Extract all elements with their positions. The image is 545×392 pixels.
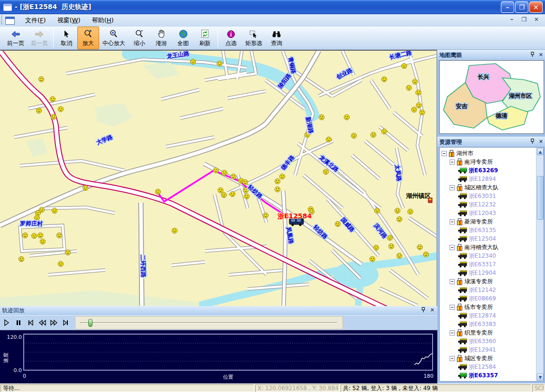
vehicle-smiley-marker[interactable] — [335, 222, 341, 227]
toolbar-button-zoom-in[interactable]: 放大 — [77, 27, 99, 49]
mdi-document-icon[interactable] — [5, 17, 15, 25]
tree-vehicle-浙E09387[interactable]: 浙E09387 — [440, 380, 536, 381]
tree-node-练市专卖所[interactable]: 练市专卖所 — [440, 303, 536, 311]
vehicle-smiley-marker[interactable] — [244, 194, 249, 199]
vehicle-smiley-marker[interactable] — [424, 252, 429, 257]
vehicle-smiley-marker[interactable] — [23, 233, 28, 238]
toolbar-button-center-zoom[interactable]: 中心放大 — [99, 27, 129, 49]
toolbar-button-full-map[interactable]: 全图 — [172, 27, 194, 49]
scroll-up-arrow[interactable]: ▲ — [537, 148, 544, 155]
vehicle-smiley-marker[interactable] — [319, 115, 324, 120]
menu-file[interactable]: 文件(F) — [19, 15, 52, 26]
tree-vehicle-浙E12904[interactable]: 浙E12904 — [440, 269, 536, 277]
vehicle-smiley-marker[interactable] — [413, 79, 418, 84]
vehicle-smiley-marker[interactable] — [57, 233, 62, 238]
vehicle-smiley-marker[interactable] — [280, 174, 285, 179]
pin-icon[interactable] — [530, 139, 536, 145]
vehicle-smiley-marker[interactable] — [395, 208, 400, 214]
vehicle-smiley-marker[interactable] — [58, 107, 64, 112]
tree-vehicle-浙E12504[interactable]: 浙E12504 — [440, 234, 536, 243]
pin-icon[interactable] — [530, 52, 536, 58]
vehicle-smiley-marker[interactable] — [371, 132, 376, 138]
tree-vehicle-浙E63383[interactable]: 浙E63383 — [440, 320, 536, 328]
vehicle-smiley-marker[interactable] — [222, 193, 227, 198]
tree-vehicle-浙E63317[interactable]: 浙E63317 — [440, 260, 536, 269]
vehicle-smiley-marker[interactable] — [32, 233, 37, 239]
vehicle-smiley-marker[interactable] — [156, 189, 161, 195]
tree-node-菱湖专卖所[interactable]: 菱湖专卖所 — [440, 217, 536, 226]
vehicle-smiley-marker[interactable] — [231, 174, 236, 179]
vehicle-smiley-marker[interactable] — [50, 97, 55, 102]
tree-node-城区专卖所[interactable]: 城区专卖所 — [440, 354, 536, 363]
vehicle-smiley-marker[interactable] — [19, 257, 24, 262]
vehicle-smiley-marker[interactable] — [420, 110, 425, 115]
tree-collapse-box[interactable] — [450, 159, 455, 165]
vehicle-smiley-marker[interactable] — [243, 180, 248, 185]
vehicle-smiley-marker[interactable] — [222, 170, 227, 176]
pin-icon[interactable] — [421, 307, 426, 313]
vehicle-smiley-marker[interactable] — [213, 168, 219, 173]
vehicle-smiley-marker[interactable] — [263, 213, 268, 218]
toolbar-button-prev-page[interactable]: 前一页 — [4, 27, 28, 49]
tree-collapse-box[interactable] — [450, 356, 455, 361]
mdi-minimize-button[interactable]: – — [508, 16, 516, 23]
vehicle-smiley-marker[interactable] — [326, 137, 332, 142]
tree-vehicle-浙E63031[interactable]: 浙E63031 — [440, 192, 536, 200]
vehicle-smiley-marker[interactable] — [412, 107, 417, 112]
vehicle-smiley-marker[interactable] — [408, 209, 413, 215]
step-end-button[interactable] — [61, 317, 71, 328]
pause-button[interactable] — [13, 317, 24, 328]
menu-window[interactable]: 视窗(W) — [52, 15, 86, 26]
vehicle-smiley-marker[interactable] — [218, 188, 223, 193]
menu-help[interactable]: 帮助(H) — [86, 15, 120, 26]
close-panel-icon[interactable]: ✕ — [430, 307, 434, 313]
vehicle-smiley-marker[interactable] — [40, 239, 46, 244]
tree-vehicle-浙E12874[interactable]: 浙E12874 — [440, 311, 536, 320]
vehicle-smiley-marker[interactable] — [397, 253, 402, 259]
tree-vehicle-浙E63269[interactable]: 浙E63269 — [440, 166, 536, 175]
tree-node-城区稽查大队[interactable]: 城区稽查大队 — [440, 183, 536, 192]
mdi-close-button[interactable]: ✕ — [533, 16, 540, 23]
vehicle-smiley-marker[interactable] — [52, 208, 57, 214]
playback-slider[interactable] — [75, 316, 343, 329]
vehicle-smiley-marker[interactable] — [191, 59, 196, 65]
tree-vehicle-浙E63357[interactable]: 浙E63357 — [440, 371, 536, 380]
eagle-eye-map[interactable]: 长兴湖州市区安吉德清 — [439, 60, 544, 134]
tree-node-埭溪专卖所[interactable]: 埭溪专卖所 — [440, 277, 536, 286]
vehicle-smiley-marker[interactable] — [382, 129, 387, 134]
tree-collapse-box[interactable] — [442, 151, 447, 156]
play-button[interactable] — [1, 317, 12, 328]
vehicle-smiley-marker[interactable] — [35, 215, 40, 221]
tree-vehicle-浙E12941[interactable]: 浙E12941 — [440, 345, 536, 354]
tree-vehicle-浙E12043[interactable]: 浙E12043 — [440, 209, 536, 217]
tree-vehicle-浙E12232[interactable]: 浙E12232 — [440, 200, 536, 209]
tree-vehicle-浙E08669[interactable]: 浙E08669 — [440, 294, 536, 303]
tree-collapse-box[interactable] — [450, 219, 455, 224]
vehicle-smiley-marker[interactable] — [389, 244, 394, 249]
vehicle-smiley-marker[interactable] — [417, 245, 423, 250]
vehicle-smiley-marker[interactable] — [382, 77, 387, 82]
tree-vehicle-浙E12142[interactable]: 浙E12142 — [440, 286, 536, 294]
close-panel-icon[interactable]: ✕ — [539, 52, 543, 58]
tree-node-南浔稽查大队[interactable]: 南浔稽查大队 — [440, 243, 536, 252]
step-begin-button[interactable] — [25, 317, 36, 328]
tree-collapse-box[interactable] — [450, 330, 455, 336]
vehicle-smiley-marker[interactable] — [217, 61, 222, 66]
vehicle-smiley-marker[interactable] — [37, 108, 42, 113]
vehicle-smiley-marker[interactable] — [65, 250, 71, 255]
toolbar-button-pan[interactable]: 漫游 — [150, 27, 172, 49]
tree-vehicle-浙E12340[interactable]: 浙E12340 — [440, 252, 536, 260]
tree-collapse-box[interactable] — [450, 305, 455, 310]
close-button[interactable]: ✕ — [529, 1, 543, 13]
vehicle-smiley-marker[interactable] — [275, 187, 280, 192]
vehicle-smiley-marker[interactable] — [416, 103, 422, 108]
tree-node-织里专卖所[interactable]: 织里专卖所 — [440, 328, 536, 337]
vehicle-smiley-marker[interactable] — [402, 64, 407, 69]
vehicle-smiley-marker[interactable] — [375, 208, 380, 214]
minimize-button[interactable]: – — [501, 1, 514, 13]
vehicle-smiley-marker[interactable] — [39, 77, 44, 82]
tree-vehicle-浙E63360[interactable]: 浙E63360 — [440, 337, 536, 345]
tree-node-湖州市[interactable]: 湖州市 — [440, 149, 536, 158]
vehicle-smiley-marker[interactable] — [370, 257, 375, 262]
tree-collapse-box[interactable] — [450, 279, 455, 284]
